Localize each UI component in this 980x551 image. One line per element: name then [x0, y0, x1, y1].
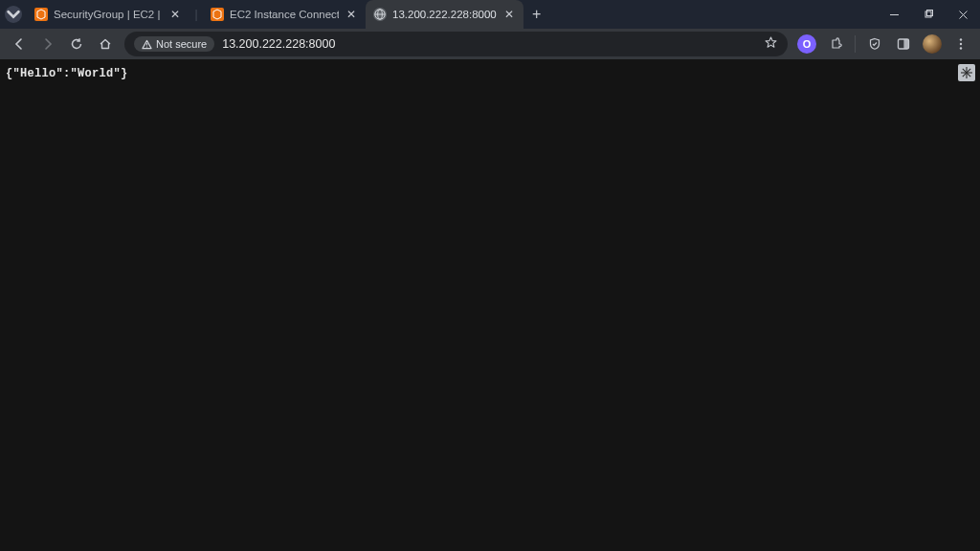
tab-title: SecurityGroup | EC2 | ap-south- — [54, 9, 163, 20]
reload-icon — [69, 36, 84, 52]
aws-favicon-icon — [211, 8, 224, 21]
tab-ec2-connect[interactable]: EC2 Instance Connect | ap-sout ✕ — [203, 0, 366, 29]
tabstrip-spacer — [550, 0, 877, 29]
puzzle-icon — [828, 36, 843, 52]
home-icon — [98, 36, 113, 52]
address-bar[interactable]: Not secure 13.200.222.228:8000 — [124, 32, 788, 56]
extensions-button[interactable] — [822, 31, 849, 57]
bookmark-button[interactable] — [764, 35, 778, 53]
svg-point-13 — [960, 43, 962, 45]
aws-favicon-icon — [34, 8, 48, 21]
svg-point-14 — [960, 47, 962, 49]
toolbar-divider — [855, 35, 856, 53]
globe-favicon-icon — [373, 8, 387, 21]
page-extension-overlay-button[interactable] — [958, 64, 975, 81]
tab-close-icon[interactable]: ✕ — [502, 8, 516, 21]
chevron-down-icon — [5, 6, 22, 23]
back-button[interactable] — [6, 31, 33, 57]
tab-title: 13.200.222.228:8000 — [392, 9, 497, 20]
window-minimize-button[interactable] — [877, 0, 911, 29]
side-panel-button[interactable] — [890, 31, 917, 57]
home-button[interactable] — [92, 31, 119, 57]
extension-1-button[interactable]: O — [793, 31, 820, 57]
not-secure-chip[interactable]: Not secure — [134, 36, 214, 52]
forward-button[interactable] — [34, 31, 61, 57]
warning-triangle-icon — [142, 39, 152, 50]
tab-ip-8000[interactable]: 13.200.222.228:8000 ✕ — [366, 0, 523, 29]
tab-close-icon[interactable]: ✕ — [345, 8, 358, 21]
browser-window: SecurityGroup | EC2 | ap-south- ✕ | EC2 … — [0, 0, 980, 551]
svg-rect-11 — [903, 39, 908, 49]
window-maximize-button[interactable] — [911, 0, 946, 29]
arrow-left-icon — [11, 36, 27, 52]
url-text: 13.200.222.228:8000 — [222, 37, 756, 51]
search-tabs-button[interactable] — [0, 0, 27, 29]
reload-button[interactable] — [63, 31, 90, 57]
tab-title: EC2 Instance Connect | ap-sout — [230, 9, 339, 20]
burst-icon — [960, 66, 973, 79]
arrow-right-icon — [40, 36, 56, 52]
window-controls — [877, 0, 980, 29]
new-tab-button[interactable]: + — [523, 0, 550, 29]
toolbar: Not secure 13.200.222.228:8000 O — [0, 29, 980, 59]
response-body-text: {"Hello":"World"} — [6, 67, 128, 80]
avatar-icon — [923, 34, 942, 54]
extension-2-button[interactable] — [861, 31, 888, 57]
side-panel-icon — [896, 36, 911, 52]
profile-button[interactable] — [919, 31, 946, 57]
svg-rect-5 — [926, 10, 932, 15]
extension-1-icon: O — [797, 34, 816, 54]
shield-check-icon — [867, 36, 882, 52]
not-secure-label: Not secure — [156, 38, 207, 50]
toolbar-right: O — [793, 31, 974, 57]
svg-rect-4 — [925, 11, 931, 17]
page-viewport: {"Hello":"World"} — [0, 59, 980, 551]
tab-strip: SecurityGroup | EC2 | ap-south- ✕ | EC2 … — [0, 0, 980, 29]
tab-security-group[interactable]: SecurityGroup | EC2 | ap-south- ✕ — [27, 0, 189, 29]
kebab-menu-icon — [953, 36, 969, 52]
tab-separator: | — [189, 0, 203, 29]
svg-point-12 — [960, 38, 962, 40]
chrome-menu-button[interactable] — [947, 31, 974, 57]
star-icon — [764, 35, 778, 50]
svg-point-9 — [146, 46, 147, 47]
tab-close-icon[interactable]: ✕ — [168, 8, 182, 21]
window-close-button[interactable] — [946, 0, 980, 29]
